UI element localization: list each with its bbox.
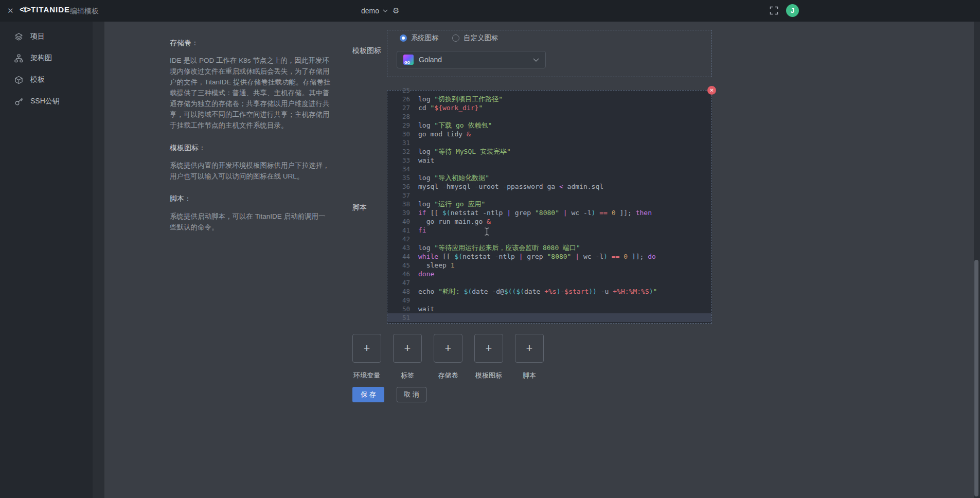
doc-title-volume: 存储卷： bbox=[170, 39, 332, 48]
sidebar-item-templates[interactable]: 模板 bbox=[0, 69, 93, 91]
key-icon bbox=[14, 97, 23, 106]
text-cursor-icon bbox=[484, 227, 490, 238]
cancel-button[interactable]: 取 消 bbox=[397, 387, 426, 402]
code-line: 45 sleep 1 bbox=[387, 261, 711, 270]
doc-title-icon: 模板图标： bbox=[170, 144, 332, 153]
line-number: 33 bbox=[387, 156, 410, 165]
sidebar-item-label: 项目 bbox=[30, 32, 45, 41]
sidebar-item-label: 架构图 bbox=[30, 54, 52, 63]
line-number: 29 bbox=[387, 121, 410, 130]
radio-system-icon[interactable]: 系统图标 bbox=[400, 33, 439, 43]
add-template-icon-button[interactable]: + bbox=[474, 334, 503, 363]
line-number: 41 bbox=[387, 226, 410, 235]
sidebar-item-architecture[interactable]: 架构图 bbox=[0, 47, 93, 69]
line-number: 36 bbox=[387, 182, 410, 191]
add-script-label: 脚本 bbox=[523, 371, 536, 380]
line-number: 31 bbox=[387, 138, 410, 147]
add-script-button[interactable]: + bbox=[515, 334, 544, 363]
sidebar: 项目 架构图 模板 SSH公钥 bbox=[0, 22, 93, 498]
radio-custom-label: 自定义图标 bbox=[464, 33, 498, 43]
remove-script-button[interactable]: ✕ bbox=[707, 86, 716, 95]
code-line: 50wait bbox=[387, 305, 711, 313]
code-line: 33wait bbox=[387, 156, 711, 165]
code-line: 36mysql -hmysql -uroot -ppassword ga < a… bbox=[387, 182, 711, 191]
line-number: 46 bbox=[387, 270, 410, 278]
code-line: 27cd "${work_dir}" bbox=[387, 103, 711, 112]
add-tag-button[interactable]: + bbox=[393, 334, 422, 363]
code-line: 46done bbox=[387, 270, 711, 278]
sidebar-item-ssh-keys[interactable]: SSH公钥 bbox=[0, 91, 93, 112]
line-number: 47 bbox=[387, 278, 410, 287]
line-number: 25 bbox=[387, 86, 410, 95]
workspace-select-value: demo bbox=[361, 7, 379, 15]
code-line: 47 bbox=[387, 278, 711, 287]
line-number: 27 bbox=[387, 103, 410, 112]
help-docs: 存储卷： IDE 是以 POD 工作在 K8s 节点之上的，因此开发环境内修改过… bbox=[170, 39, 332, 245]
add-tag-label: 标签 bbox=[401, 371, 414, 380]
code-line: 34 bbox=[387, 165, 711, 173]
plus-icon: + bbox=[404, 342, 411, 355]
chevron-down-icon bbox=[533, 58, 539, 62]
sidebar-item-label: SSH公钥 bbox=[30, 97, 60, 106]
line-number: 45 bbox=[387, 261, 410, 270]
chevron-down-icon bbox=[383, 9, 388, 12]
code-line: 39if [[ $(netstat -ntlp | grep "8080" | … bbox=[387, 208, 711, 217]
line-number: 49 bbox=[387, 296, 410, 305]
radio-custom-icon[interactable]: 自定义图标 bbox=[452, 33, 498, 43]
template-icon-field-label: 模板图标 bbox=[352, 46, 381, 56]
code-line: 26log "切换到项目工作路径" bbox=[387, 95, 711, 103]
code-line: 35log "导入初始化数据" bbox=[387, 173, 711, 182]
script-editor[interactable]: ✕ 2526log "切换到项目工作路径"27cd "${work_dir}"2… bbox=[387, 90, 712, 324]
icon-type-radio-group: 系统图标 自定义图标 bbox=[400, 33, 498, 43]
code-line: 38log "运行 go 应用" bbox=[387, 200, 711, 208]
page-scrollbar-thumb[interactable] bbox=[974, 260, 978, 496]
brand-name: TITANIDE bbox=[31, 5, 70, 14]
line-number: 35 bbox=[387, 173, 410, 182]
line-number: 26 bbox=[387, 95, 410, 103]
line-number: 34 bbox=[387, 165, 410, 173]
add-env-var-label: 环境变量 bbox=[353, 371, 380, 380]
code-line: 28 bbox=[387, 112, 711, 121]
fullscreen-icon[interactable] bbox=[770, 6, 778, 17]
add-env-var-button[interactable]: + bbox=[352, 334, 381, 363]
add-volume-button[interactable]: + bbox=[434, 334, 462, 363]
plus-icon: + bbox=[364, 342, 370, 355]
page-title: 编辑模板 bbox=[70, 7, 99, 16]
plus-icon: + bbox=[526, 342, 533, 355]
form-actions: 保 存 取 消 bbox=[352, 387, 426, 402]
code-line: 29log "下载 go 依赖包" bbox=[387, 121, 711, 130]
code-line: 41fi bbox=[387, 226, 711, 235]
close-icon[interactable]: ✕ bbox=[7, 6, 14, 15]
doc-body-volume: IDE 是以 POD 工作在 K8s 节点之上的，因此开发环境内修改过文件在重启… bbox=[170, 55, 332, 131]
code-line: 31 bbox=[387, 138, 711, 147]
line-number: 37 bbox=[387, 191, 410, 200]
goland-logo-text: GO bbox=[404, 61, 410, 64]
plus-icon: + bbox=[486, 342, 492, 355]
add-col-env: + 环境变量 bbox=[352, 334, 381, 380]
topbar: ✕ <t> TITANIDE 编辑模板 demo ⚙ J bbox=[0, 0, 980, 22]
radio-system-label: 系统图标 bbox=[411, 33, 439, 43]
layers-icon bbox=[14, 32, 23, 41]
icon-select[interactable]: GO Goland bbox=[397, 51, 546, 68]
add-section-row: + 环境变量 + 标签 + 存储卷 + 模板图标 + 脚本 bbox=[352, 334, 544, 380]
script-field-label: 脚本 bbox=[352, 203, 367, 212]
code-line: 42 bbox=[387, 235, 711, 243]
plus-icon: + bbox=[445, 342, 452, 355]
code-line: 30go mod tidy & bbox=[387, 130, 711, 138]
radio-unselected-icon bbox=[452, 34, 459, 42]
sidebar-item-projects[interactable]: 项目 bbox=[0, 26, 93, 47]
avatar[interactable]: J bbox=[786, 4, 799, 17]
gear-icon[interactable]: ⚙ bbox=[393, 6, 399, 15]
code-line: 37 bbox=[387, 191, 711, 200]
brand-logo: <t> TITANIDE bbox=[20, 5, 70, 14]
line-number: 42 bbox=[387, 235, 410, 243]
goland-logo-icon: GO bbox=[403, 55, 414, 65]
add-template-icon-label: 模板图标 bbox=[475, 371, 502, 380]
line-number: 50 bbox=[387, 305, 410, 313]
add-col-tag: + 标签 bbox=[393, 334, 422, 380]
brand-mark: <t> bbox=[20, 5, 30, 14]
hierarchy-icon bbox=[14, 54, 23, 63]
workspace-select[interactable]: demo bbox=[361, 7, 388, 15]
save-button[interactable]: 保 存 bbox=[352, 387, 384, 402]
add-volume-label: 存储卷 bbox=[438, 371, 458, 380]
